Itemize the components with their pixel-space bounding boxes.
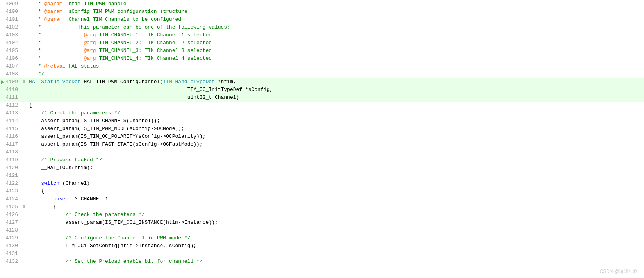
table-row: 4101 * @param Channel TIM Channels to be… <box>0 16 644 23</box>
table-row: 4119 /* Process Locked */ <box>0 156 644 164</box>
breakpoint-cell: ▶ <box>0 78 5 86</box>
line-number: 4119 <box>5 156 21 164</box>
line-number: 4126 <box>5 211 21 219</box>
table-row: 4105 * @arg TIM_CHANNEL_3: TIM Channel 3… <box>0 47 644 55</box>
line-number: 4118 <box>5 148 21 156</box>
line-number: 4117 <box>5 141 21 148</box>
line-number: 4129 <box>5 234 21 242</box>
line-number: 4110 <box>5 86 21 94</box>
table-row: 4106 * @arg TIM_CHANNEL_4: TIM Channel 4… <box>0 55 644 62</box>
table-row: 4114 assert_param(IS_TIM_CHANNELS(Channe… <box>0 117 644 125</box>
code-line: switch (Channel) <box>27 180 644 187</box>
code-line: * @param Channel TIM Channels to be conf… <box>27 16 644 23</box>
table-row: 4125⊟ { <box>0 203 644 211</box>
code-line: /* Configure the Channel 1 in PWM mode *… <box>27 234 644 242</box>
code-line: /* Set the Preload enable bit for channe… <box>27 258 644 266</box>
table-row: 4111 uint32_t Channel) <box>0 94 644 102</box>
table-row: 4123⊟ { <box>0 187 644 195</box>
code-line: { <box>27 187 644 195</box>
line-number: 4116 <box>5 133 21 141</box>
table-row: 4115 assert_param(IS_TIM_PWM_MODE(sConfi… <box>0 125 644 133</box>
line-number: 4120 <box>5 164 21 172</box>
line-number: 4105 <box>5 47 21 55</box>
line-number: 4102 <box>5 23 21 31</box>
code-line: assert_param(IS_TIM_PWM_MODE(sConfig->OC… <box>27 125 644 133</box>
code-line: assert_param(IS_TIM_CC1_INSTANCE(htim->I… <box>27 219 644 226</box>
fold-indicator[interactable]: ⊟ <box>21 102 27 109</box>
code-line: */ <box>27 70 644 78</box>
code-line: case TIM_CHANNEL_1: <box>27 195 644 203</box>
table-row: 4128 <box>0 226 644 234</box>
table-row: 4124 case TIM_CHANNEL_1: <box>0 195 644 203</box>
code-line: * @arg TIM_CHANNEL_3: TIM Channel 3 sele… <box>27 47 644 55</box>
line-number: 4114 <box>5 117 21 125</box>
line-number: 4125 <box>5 203 21 211</box>
fold-indicator[interactable]: ⊟ <box>21 78 27 86</box>
code-line: * This parameter can be one of the follo… <box>27 23 644 31</box>
code-line: TIM_OC1_SetConfig(htim->Instance, sConfi… <box>27 242 644 250</box>
code-line: * @arg TIM_CHANNEL_4: TIM Channel 4 sele… <box>27 55 644 62</box>
table-row: 4099 * @param htim TIM PWM handle <box>0 0 644 8</box>
table-row: 4102 * This parameter can be one of the … <box>0 23 644 31</box>
table-row: 4116 assert_param(IS_TIM_OC_POLARITY(sCo… <box>0 133 644 141</box>
code-line: assert_param(IS_TIM_FAST_STATE(sConfig->… <box>27 141 644 148</box>
line-number: 4101 <box>5 16 21 23</box>
line-number: 4107 <box>5 62 21 70</box>
table-row: 4107 * @retval HAL status <box>0 62 644 70</box>
table-row: 4100 * @param sConfig TIM PWM configurat… <box>0 8 644 16</box>
line-number: 4108 <box>5 70 21 78</box>
table-row: 4129 /* Configure the Channel 1 in PWM m… <box>0 234 644 242</box>
table-row: 4112⊟{ <box>0 102 644 109</box>
line-number: 4112 <box>5 102 21 109</box>
code-line: __HAL_LOCK(htim); <box>27 164 644 172</box>
table-row: 4108 */ <box>0 70 644 78</box>
line-number: 4106 <box>5 55 21 62</box>
code-line: TIM_OC_InitTypeDef *sConfig, <box>27 86 644 94</box>
table-row: 4103 * @arg TIM_CHANNEL_1: TIM Channel 1… <box>0 31 644 39</box>
code-line: assert_param(IS_TIM_CHANNELS(Channel)); <box>27 117 644 125</box>
code-line: * @retval HAL status <box>27 62 644 70</box>
code-line: * @arg TIM_CHANNEL_1: TIM Channel 1 sele… <box>27 31 644 39</box>
line-number: 4099 <box>5 0 21 8</box>
code-line: * @param sConfig TIM PWM configuration s… <box>27 8 644 16</box>
code-line: uint32_t Channel) <box>27 94 644 102</box>
code-line: { <box>27 203 644 211</box>
line-number: 4115 <box>5 125 21 133</box>
table-row: 4132 /* Set the Preload enable bit for c… <box>0 258 644 266</box>
table-row: 4126 /* Check the parameters */ <box>0 211 644 219</box>
line-number: 4123 <box>5 187 21 195</box>
code-line: * @arg TIM_CHANNEL_2: TIM Channel 2 sele… <box>27 39 644 47</box>
code-line: assert_param(IS_TIM_OC_POLARITY(sConfig-… <box>27 133 644 141</box>
line-number: 4104 <box>5 39 21 47</box>
table-row: 4131 <box>0 250 644 258</box>
line-number: 4124 <box>5 195 21 203</box>
line-number: 4100 <box>5 8 21 16</box>
line-number: 4127 <box>5 219 21 226</box>
table-row: 4117 assert_param(IS_TIM_FAST_STATE(sCon… <box>0 141 644 148</box>
line-number: 4122 <box>5 180 21 187</box>
table-row: 4120 __HAL_LOCK(htim); <box>0 164 644 172</box>
line-number: 4103 <box>5 31 21 39</box>
code-line: /* Check the parameters */ <box>27 211 644 219</box>
code-line: { <box>27 102 644 109</box>
fold-indicator[interactable]: ⊟ <box>21 187 27 195</box>
fold-indicator[interactable]: ⊟ <box>21 203 27 211</box>
table-row: 4110 TIM_OC_InitTypeDef *sConfig, <box>0 86 644 94</box>
line-number: 4132 <box>5 258 21 266</box>
line-number: 4109 <box>5 78 21 86</box>
table-row: 4118 <box>0 148 644 156</box>
line-number: 4121 <box>5 172 21 180</box>
table-row: 4113 /* Check the parameters */ <box>0 109 644 117</box>
code-line: /* Check the parameters */ <box>27 109 644 117</box>
table-row: 4104 * @arg TIM_CHANNEL_2: TIM Channel 2… <box>0 39 644 47</box>
code-line: * @param htim TIM PWM handle <box>27 0 644 8</box>
code-line: /* Process Locked */ <box>27 156 644 164</box>
line-number: 4113 <box>5 109 21 117</box>
line-number: 4111 <box>5 94 21 102</box>
table-row: 4121 <box>0 172 644 180</box>
table-row: 4122 switch (Channel) <box>0 180 644 187</box>
line-number: 4128 <box>5 226 21 234</box>
table-row: 4130 TIM_OC1_SetConfig(htim->Instance, s… <box>0 242 644 250</box>
code-editor: 4099 * @param htim TIM PWM handle4100 * … <box>0 0 644 278</box>
line-number: 4130 <box>5 242 21 250</box>
